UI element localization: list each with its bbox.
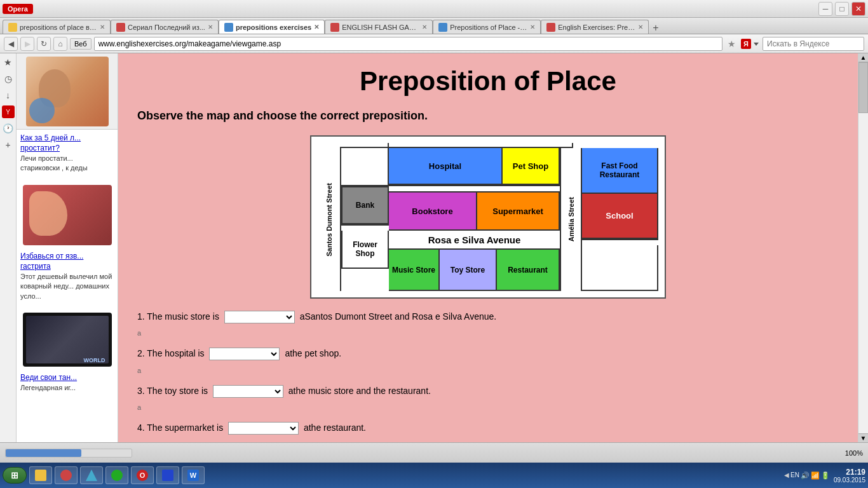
bank-building: Bank	[341, 186, 389, 224]
bookmark-star[interactable]: ★	[725, 39, 738, 49]
clock-icon[interactable]: 🕐	[2, 122, 15, 135]
tab-5[interactable]: Prepositions of Place - ... ✕	[433, 20, 541, 34]
tab-3[interactable]: prepositions exercises ✕	[219, 20, 325, 34]
sidebar-link-1b[interactable]: простатит?	[20, 144, 114, 152]
page-title: Preposition of Place	[137, 66, 839, 97]
restaurant-building: Restaurant	[497, 250, 560, 291]
clock-date: 09.03.2015	[834, 477, 865, 484]
main-area: ★ ◷ ↓ Y 🕐 + Как за 5 дней л... простатит…	[0, 53, 868, 442]
forward-button[interactable]: ▶	[20, 37, 34, 51]
questions-section: 1. The music store is at the corner of n…	[137, 309, 839, 442]
tab-2[interactable]: Сериал Последний из... ✕	[111, 20, 219, 34]
tab-favicon-4	[330, 23, 339, 32]
amelia-street-label: Amélia Street	[567, 197, 575, 241]
tab-close-4[interactable]: ✕	[422, 24, 427, 30]
home-button[interactable]: ⌂	[53, 37, 67, 51]
map-right-buildings: Fast Food Restaurant School	[582, 148, 658, 291]
scrollbar[interactable]: ▲ ▼	[858, 53, 868, 442]
ad-image-2	[23, 185, 112, 245]
extensions-icon[interactable]: Y	[2, 105, 15, 118]
volume-icon[interactable]: 🔊	[801, 471, 810, 480]
tray-arrow[interactable]: ◀	[784, 471, 789, 480]
tab-4[interactable]: ENGLISH FLASH GAME... ✕	[325, 20, 433, 34]
taskbar-item-3[interactable]	[105, 466, 128, 484]
question-3: 3. The toy store is between next to at t…	[137, 383, 839, 415]
scroll-thumb[interactable]	[858, 62, 868, 113]
history-icon[interactable]: ◷	[2, 72, 15, 85]
taskbar-item-2[interactable]	[80, 466, 103, 484]
tab-favicon-5	[438, 23, 447, 32]
opera-taskbar-icon: O	[137, 470, 148, 481]
q2-select[interactable]: next to at the corner of between in fron…	[209, 348, 280, 360]
progress-fill	[6, 449, 81, 457]
q3-select[interactable]: between next to at the corner of in fron…	[213, 385, 283, 398]
sidebar-link-3[interactable]: Веди свои тан...	[20, 373, 114, 382]
sidebar-link-2b[interactable]: гастрита	[20, 262, 114, 271]
svg-marker-0	[754, 43, 759, 46]
word-icon: W	[187, 470, 199, 481]
taskbar-file-explorer[interactable]	[29, 466, 52, 484]
q1-text-after: aSantos Dumont Street and Rosa e Silva A…	[300, 311, 497, 322]
map-grid: Santos Dumont Street Bank Flower Shop	[318, 143, 658, 291]
network-icon[interactable]: 📶	[811, 471, 820, 480]
taskbar-word[interactable]: W	[182, 466, 205, 484]
battery-icon[interactable]: 🔋	[821, 471, 830, 480]
back-button[interactable]: ◀	[4, 37, 18, 51]
minimize-button[interactable]: ─	[818, 2, 832, 16]
bookmark-icon[interactable]: ★	[2, 56, 15, 69]
sidebar-links-2: Избавься от язв... гастрита Этот дешевый…	[17, 248, 118, 310]
q4-text-after: athe restaurant.	[304, 423, 366, 433]
right-bottom-empty	[582, 245, 658, 291]
pet-shop-building: Pet Shop	[503, 148, 560, 185]
tabs-bar: prepositions of place в ... ✕ Сериал Пос…	[0, 18, 868, 34]
taskbar-item-5[interactable]	[156, 466, 179, 484]
sidebar-link-1[interactable]: Как за 5 дней л...	[20, 133, 114, 142]
tab-close-6[interactable]: ✕	[638, 24, 643, 30]
search-input[interactable]	[763, 37, 864, 51]
plus-icon[interactable]: +	[2, 139, 15, 151]
tab-6[interactable]: English Exercises: Prep... ✕	[541, 20, 649, 34]
map-row-2: Santos Dumont Street Bank Flower Shop	[318, 148, 658, 291]
scroll-down-button[interactable]: ▼	[858, 433, 868, 442]
q1-text-before: 1. The music store is	[137, 311, 219, 322]
tab-close-1[interactable]: ✕	[100, 24, 105, 30]
amelia-street-area: Amélia Street	[560, 148, 582, 291]
lang-indicator[interactable]: EN	[790, 471, 799, 480]
close-button[interactable]: ✕	[851, 2, 865, 16]
taskbar-item-1[interactable]	[55, 466, 78, 484]
tab-label-1: prepositions of place в ...	[20, 24, 97, 31]
scroll-up-button[interactable]: ▲	[858, 53, 868, 62]
flower-shop-building: Flower Shop	[341, 231, 389, 269]
map-bottom-row: Music Store Toy Store Restaurant	[389, 250, 560, 291]
santos-street-label-area: Santos Dumont Street	[318, 148, 340, 291]
q4-text-before: 4. The supermarket is	[137, 423, 223, 433]
q4-select[interactable]: across from next to between in front of …	[228, 422, 299, 435]
search-dropdown-icon	[752, 40, 760, 48]
new-tab-button[interactable]: +	[649, 22, 662, 34]
q1-note: a	[137, 329, 141, 337]
tab-close-2[interactable]: ✕	[208, 24, 213, 30]
question-2: 2. The hospital is next to at the corner…	[137, 346, 839, 377]
santos-street-label: Santos Dumont Street	[325, 183, 333, 257]
address-bar[interactable]	[94, 37, 722, 51]
sidebar-link-2[interactable]: Избавься от язв...	[20, 252, 114, 261]
taskbar-opera[interactable]: O	[131, 466, 154, 484]
map-empty-tl	[340, 143, 388, 148]
reload-button[interactable]: ↻	[37, 37, 51, 51]
q1-select[interactable]: at the corner of next to between in fron…	[224, 311, 295, 323]
start-button[interactable]: ⊞	[3, 467, 27, 484]
opera-menu-button[interactable]: Opera	[3, 4, 33, 14]
map-col-left: Bank Flower Shop	[340, 148, 389, 291]
tab-label-4: ENGLISH FLASH GAME...	[342, 24, 419, 31]
maximize-button[interactable]: □	[835, 2, 849, 16]
zoom-control: 100%	[845, 449, 863, 457]
q3-text-after: athe music store and the restaurant.	[288, 386, 431, 396]
downloads-icon[interactable]: ↓	[2, 89, 15, 102]
tab-close-5[interactable]: ✕	[530, 24, 535, 30]
map-right-area: Amélia Street Fast Food Restaurant Schoo…	[560, 148, 658, 291]
q3-note: a	[137, 403, 141, 411]
tab-close-3[interactable]: ✕	[314, 24, 319, 30]
browser-window: Opera ─ □ ✕ prepositions of place в ... …	[0, 0, 868, 488]
content-area: Preposition of Place Observe the map and…	[118, 53, 858, 442]
tab-1[interactable]: prepositions of place в ... ✕	[3, 20, 111, 34]
